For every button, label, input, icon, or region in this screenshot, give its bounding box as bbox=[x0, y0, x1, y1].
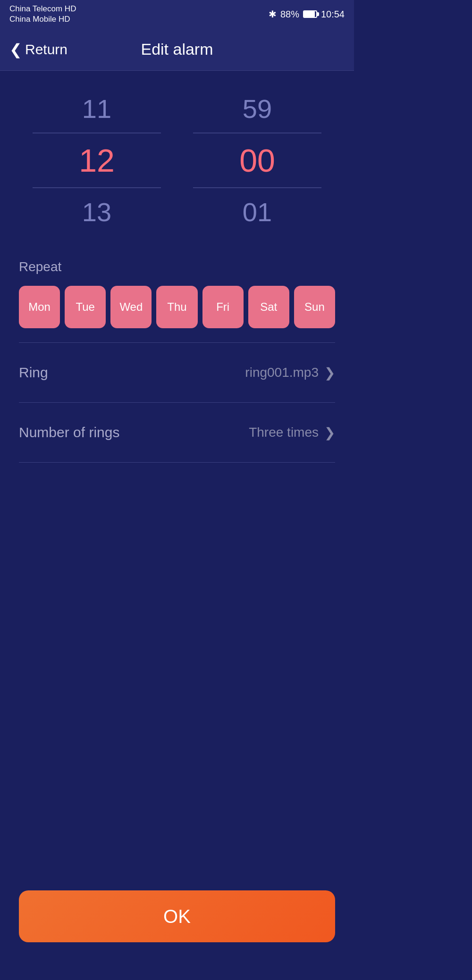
battery-icon bbox=[303, 10, 317, 18]
number-of-rings-value-container: Three times ❯ bbox=[249, 425, 335, 440]
day-sun[interactable]: Sun bbox=[294, 286, 335, 328]
carrier-info: China Telecom HD China Mobile HD bbox=[9, 4, 76, 25]
ring-row[interactable]: Ring ring001.mp3 ❯ bbox=[0, 348, 354, 398]
hour-prev: 11 bbox=[17, 85, 177, 133]
number-of-rings-value: Three times bbox=[249, 425, 319, 440]
back-label: Return bbox=[25, 42, 67, 58]
day-sat[interactable]: Sat bbox=[248, 286, 289, 328]
hour-column[interactable]: 11 12 13 bbox=[17, 85, 177, 236]
minute-selected: 00 bbox=[177, 133, 337, 187]
page-title: Edit alarm bbox=[141, 40, 213, 58]
chevron-left-icon: ❮ bbox=[9, 41, 22, 58]
header: ❮ Return Edit alarm bbox=[0, 28, 354, 71]
time-label: 10:54 bbox=[321, 9, 345, 20]
battery-label: 88% bbox=[280, 9, 299, 20]
day-tue[interactable]: Tue bbox=[65, 286, 106, 328]
minute-prev: 59 bbox=[177, 85, 337, 133]
ok-button[interactable]: OK bbox=[19, 890, 335, 942]
hour-selected: 12 bbox=[17, 133, 177, 187]
divider-2 bbox=[19, 402, 335, 403]
divider-3 bbox=[19, 462, 335, 463]
repeat-label: Repeat bbox=[19, 259, 335, 274]
carrier1-label: China Telecom HD bbox=[9, 4, 76, 14]
bluetooth-icon: ✱ bbox=[269, 8, 277, 20]
minute-next: 01 bbox=[177, 188, 337, 236]
carrier2-label: China Mobile HD bbox=[9, 14, 76, 25]
days-row: Mon Tue Wed Thu Fri Sat Sun bbox=[19, 286, 335, 328]
status-right: ✱ 88% 10:54 bbox=[269, 8, 345, 20]
minute-column[interactable]: 59 00 01 bbox=[177, 85, 337, 236]
ring-value: ring001.mp3 bbox=[245, 365, 319, 380]
ok-button-wrapper: OK bbox=[19, 890, 335, 942]
day-fri[interactable]: Fri bbox=[202, 286, 244, 328]
number-of-rings-label: Number of rings bbox=[19, 424, 119, 440]
number-of-rings-chevron-right-icon: ❯ bbox=[324, 425, 335, 440]
day-mon[interactable]: Mon bbox=[19, 286, 60, 328]
number-of-rings-row[interactable]: Number of rings Three times ❯ bbox=[0, 407, 354, 457]
ring-chevron-right-icon: ❯ bbox=[324, 365, 335, 381]
ring-value-container: ring001.mp3 ❯ bbox=[245, 365, 335, 381]
status-bar: China Telecom HD China Mobile HD ✱ 88% 1… bbox=[0, 0, 354, 28]
day-thu[interactable]: Thu bbox=[156, 286, 197, 328]
hour-next: 13 bbox=[17, 188, 177, 236]
back-button[interactable]: ❮ Return bbox=[9, 41, 67, 58]
ring-label: Ring bbox=[19, 365, 48, 381]
ok-button-label: OK bbox=[163, 906, 191, 927]
day-wed[interactable]: Wed bbox=[110, 286, 152, 328]
divider-1 bbox=[19, 342, 335, 343]
time-picker: 11 12 13 59 00 01 bbox=[0, 71, 354, 245]
repeat-section: Repeat Mon Tue Wed Thu Fri Sat Sun bbox=[0, 245, 354, 338]
